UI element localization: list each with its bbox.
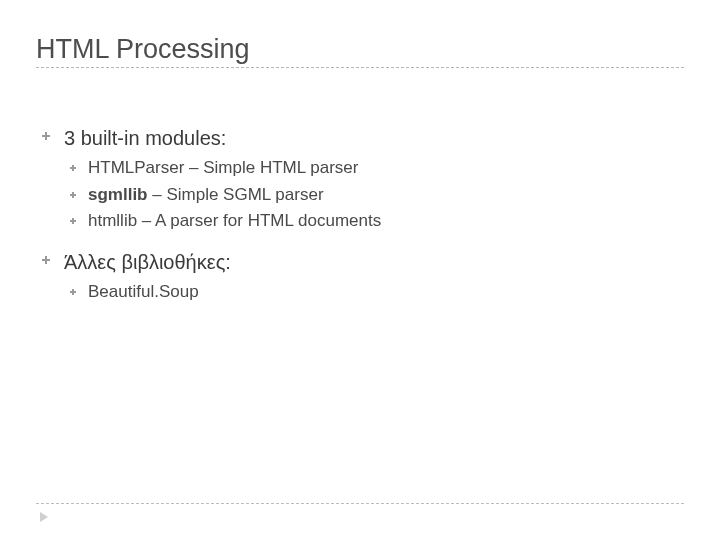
sub-list-item-label: HTMLParser – Simple HTML parser (88, 156, 359, 181)
footer-divider (36, 503, 684, 504)
sub-list: HTMLParser – Simple HTML parser sgmllib … (42, 156, 684, 234)
sub-list-item: htmllib – A parser for HTML documents (70, 209, 684, 234)
list-item: Άλλες βιβλιοθήκες: (42, 248, 684, 276)
sub-list-item-label: sgmllib – Simple SGML parser (88, 183, 324, 208)
sub-list: Beautiful.Soup (42, 280, 684, 305)
plus-bullet-icon (70, 289, 76, 295)
list-item-label: 3 built-in modules: (64, 124, 226, 152)
plus-bullet-icon (42, 132, 50, 140)
sub-list-item-rest: – Simple SGML parser (148, 185, 324, 204)
sub-list-item-label: Beautiful.Soup (88, 280, 199, 305)
sub-list-item-label: htmllib – A parser for HTML documents (88, 209, 381, 234)
slide: HTML Processing 3 built-in modules: HTML… (0, 0, 720, 540)
slide-title: HTML Processing (36, 34, 684, 65)
sub-list-item: Beautiful.Soup (70, 280, 684, 305)
plus-bullet-icon (70, 192, 76, 198)
plus-bullet-icon (70, 218, 76, 224)
plus-bullet-icon (42, 256, 50, 264)
list-item: 3 built-in modules: (42, 124, 684, 152)
title-divider (36, 67, 684, 68)
sub-list-item: HTMLParser – Simple HTML parser (70, 156, 684, 181)
plus-bullet-icon (70, 165, 76, 171)
sub-list-item: sgmllib – Simple SGML parser (70, 183, 684, 208)
content-area: 3 built-in modules: HTMLParser – Simple … (36, 124, 684, 305)
bold-term: sgmllib (88, 185, 148, 204)
list-item-label: Άλλες βιβλιοθήκες: (64, 248, 231, 276)
play-icon (40, 512, 48, 522)
